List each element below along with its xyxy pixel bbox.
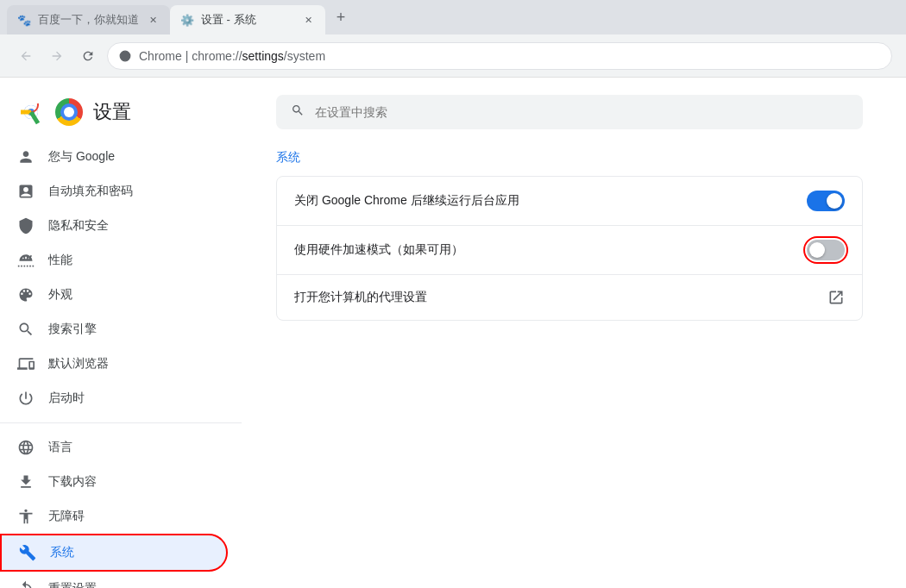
url-bar[interactable]: Chrome | chrome://settings/system: [107, 42, 892, 70]
power-icon: [17, 390, 35, 407]
person-icon: [17, 148, 35, 166]
tab-settings-close[interactable]: ✕: [301, 13, 315, 27]
hardware-acceleration-label: 使用硬件加速模式（如果可用）: [294, 242, 807, 258]
hardware-acceleration-toggle[interactable]: [807, 240, 845, 260]
url-path-rest: /system: [284, 49, 325, 63]
tab-bar: 🐾 百度一下，你就知道 ✕ ⚙️ 设置 - 系统 ✕ +: [0, 0, 906, 34]
tab-baidu[interactable]: 🐾 百度一下，你就知道 ✕: [7, 5, 170, 34]
external-link-icon[interactable]: [827, 289, 845, 306]
setting-row-proxy: 打开您计算机的代理设置: [277, 275, 862, 320]
background-apps-action: [807, 191, 845, 211]
palette-icon: [17, 286, 35, 303]
autofill-icon: [17, 183, 35, 200]
forward-button[interactable]: [45, 44, 69, 68]
setting-row-hardware-acceleration: 使用硬件加速模式（如果可用）: [277, 226, 862, 275]
section-title: 系统: [276, 150, 871, 166]
search-icon: [17, 321, 35, 338]
sidebar-item-google[interactable]: 您与 Google: [0, 140, 228, 174]
tab-baidu-favicon: 🐾: [17, 13, 31, 27]
sidebar-item-performance-label: 性能: [48, 253, 72, 268]
sidebar-item-google-label: 您与 Google: [48, 149, 115, 165]
sidebar-item-system[interactable]: 系统: [0, 534, 228, 572]
main-area: 设置 您与 Google 自动填充和密码: [0, 78, 906, 588]
sidebar-item-language-label: 语言: [48, 440, 72, 455]
sidebar-item-default-browser[interactable]: 默认浏览器: [0, 347, 228, 381]
sidebar-item-system-label: 系统: [50, 545, 74, 560]
tab-settings-title: 设置 - 系统: [201, 12, 294, 28]
sidebar-item-privacy[interactable]: 隐私和安全: [0, 209, 228, 243]
sidebar-item-appearance[interactable]: 外观: [0, 278, 228, 312]
refresh-button[interactable]: [76, 44, 100, 68]
search-input[interactable]: [315, 105, 848, 119]
settings-card: 关闭 Google Chrome 后继续运行后台应用 使用硬件加速模式（如果可用…: [276, 176, 863, 321]
wrench-icon: [19, 544, 36, 561]
content-area: 系统 关闭 Google Chrome 后继续运行后台应用 使用硬件加速模式（如…: [242, 78, 906, 588]
tab-settings-favicon: ⚙️: [180, 13, 194, 27]
setting-row-background-apps: 关闭 Google Chrome 后继续运行后台应用: [277, 177, 862, 226]
sidebar-item-downloads[interactable]: 下载内容: [0, 465, 228, 499]
browser-frame: 🐾 百度一下，你就知道 ✕ ⚙️ 设置 - 系统 ✕ + Chrome | ch…: [0, 0, 906, 588]
sidebar: 设置 您与 Google 自动填充和密码: [0, 78, 242, 588]
background-apps-label: 关闭 Google Chrome 后继续运行后台应用: [294, 193, 807, 209]
sidebar-item-performance[interactable]: 性能: [0, 243, 228, 278]
shield-icon: [17, 217, 35, 235]
tab-baidu-close[interactable]: ✕: [146, 13, 160, 27]
security-icon: [118, 49, 132, 63]
url-chrome-text: Chrome: [139, 49, 182, 63]
sidebar-header: 设置: [0, 91, 242, 140]
hardware-acceleration-toggle-thumb: [809, 242, 825, 258]
browser-icon: [17, 355, 35, 372]
proxy-action: [827, 289, 845, 306]
hardware-acceleration-action: [807, 240, 845, 260]
sidebar-item-accessibility[interactable]: 无障碍: [0, 499, 228, 534]
globe-icon: [17, 439, 35, 456]
proxy-label: 打开您计算机的代理设置: [294, 290, 827, 305]
url-separator: | chrome://: [182, 49, 242, 63]
url-bold: settings: [242, 49, 284, 63]
reset-icon: [17, 580, 35, 588]
sidebar-item-search[interactable]: 搜索引擎: [0, 312, 228, 347]
hardware-acceleration-toggle-wrapper: [807, 240, 845, 260]
sidebar-item-search-label: 搜索引擎: [48, 322, 97, 337]
sidebar-item-autofill-label: 自动填充和密码: [48, 184, 133, 199]
sidebar-item-default-browser-label: 默认浏览器: [48, 356, 109, 372]
sidebar-item-accessibility-label: 无障碍: [48, 509, 85, 524]
sidebar-item-reset[interactable]: 重置设置: [0, 572, 228, 588]
sidebar-item-privacy-label: 隐私和安全: [48, 218, 109, 234]
sidebar-item-appearance-label: 外观: [48, 287, 72, 303]
tab-settings[interactable]: ⚙️ 设置 - 系统 ✕: [170, 5, 325, 34]
settings-title: 设置: [93, 99, 131, 125]
url-text: Chrome | chrome://settings/system: [139, 49, 881, 63]
address-bar: Chrome | chrome://settings/system: [0, 34, 906, 78]
chrome-logo-color: [17, 86, 45, 114]
search-magnifier-icon: [291, 103, 305, 121]
sidebar-item-reset-label: 重置设置: [48, 581, 97, 588]
sidebar-section-1: 您与 Google 自动填充和密码 隐私和安全: [0, 140, 242, 423]
performance-icon: [17, 252, 35, 269]
back-button[interactable]: [14, 44, 38, 68]
new-tab-button[interactable]: +: [329, 5, 353, 29]
background-apps-toggle[interactable]: [807, 191, 845, 211]
sidebar-section-2: 语言 下载内容 无障碍: [0, 430, 242, 588]
sidebar-item-startup[interactable]: 启动时: [0, 381, 228, 416]
download-icon: [17, 473, 35, 491]
sidebar-item-language[interactable]: 语言: [0, 430, 228, 465]
search-box[interactable]: [276, 95, 863, 129]
sidebar-item-startup-label: 启动时: [48, 391, 85, 406]
sidebar-item-autofill[interactable]: 自动填充和密码: [0, 174, 228, 209]
tab-baidu-title: 百度一下，你就知道: [38, 12, 139, 28]
background-apps-toggle-thumb: [827, 193, 842, 209]
accessibility-icon: [17, 508, 35, 525]
sidebar-item-downloads-label: 下载内容: [48, 474, 97, 490]
